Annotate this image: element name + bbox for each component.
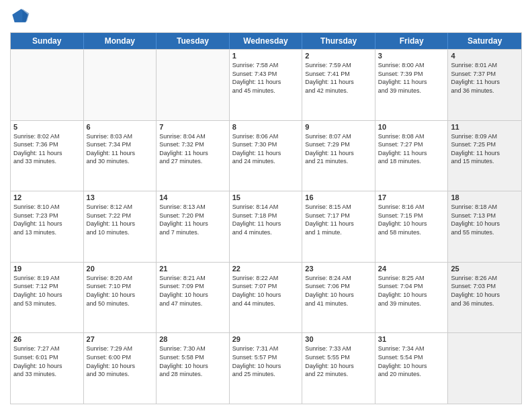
day-number-14: 14 [159, 193, 226, 201]
day-info-6: Sunrise: 8:03 AM Sunset: 7:34 PM Dayligh… [87, 132, 154, 166]
day-number-4: 4 [451, 52, 519, 60]
day-number-20: 20 [87, 265, 154, 273]
day-info-1: Sunrise: 7:58 AM Sunset: 7:43 PM Dayligh… [232, 61, 300, 95]
day-number-15: 15 [232, 193, 300, 201]
day-info-19: Sunrise: 8:19 AM Sunset: 7:12 PM Dayligh… [13, 274, 81, 308]
day-8: 8Sunrise: 8:06 AM Sunset: 7:30 PM Daylig… [230, 121, 303, 191]
week-1: 1Sunrise: 7:58 AM Sunset: 7:43 PM Daylig… [11, 49, 521, 120]
day-number-7: 7 [159, 123, 226, 131]
day-16: 16Sunrise: 8:15 AM Sunset: 7:17 PM Dayli… [302, 191, 375, 262]
day-number-11: 11 [451, 123, 519, 131]
day-info-2: Sunrise: 7:59 AM Sunset: 7:41 PM Dayligh… [305, 61, 372, 95]
day-19: 19Sunrise: 8:19 AM Sunset: 7:12 PM Dayli… [11, 263, 84, 333]
day-info-9: Sunrise: 8:07 AM Sunset: 7:29 PM Dayligh… [305, 132, 372, 166]
day-info-13: Sunrise: 8:12 AM Sunset: 7:22 PM Dayligh… [87, 203, 154, 236]
day-11: 11Sunrise: 8:09 AM Sunset: 7:25 PM Dayli… [448, 121, 521, 191]
day-10: 10Sunrise: 8:08 AM Sunset: 7:27 PM Dayli… [375, 121, 449, 191]
header-monday: Monday [84, 33, 157, 49]
day-number-27: 27 [87, 335, 154, 343]
day-info-10: Sunrise: 8:08 AM Sunset: 7:27 PM Dayligh… [378, 132, 445, 166]
day-info-3: Sunrise: 8:00 AM Sunset: 7:39 PM Dayligh… [378, 61, 445, 95]
week-4: 19Sunrise: 8:19 AM Sunset: 7:12 PM Dayli… [11, 262, 521, 333]
day-15: 15Sunrise: 8:14 AM Sunset: 7:18 PM Dayli… [230, 191, 303, 262]
day-24: 24Sunrise: 8:25 AM Sunset: 7:04 PM Dayli… [375, 263, 449, 333]
day-info-24: Sunrise: 8:25 AM Sunset: 7:04 PM Dayligh… [378, 274, 445, 308]
day-number-17: 17 [378, 193, 445, 201]
day-info-26: Sunrise: 7:27 AM Sunset: 6:01 PM Dayligh… [13, 345, 81, 378]
day-2: 2Sunrise: 7:59 AM Sunset: 7:41 PM Daylig… [302, 50, 375, 120]
day-number-6: 6 [87, 123, 154, 131]
day-17: 17Sunrise: 8:16 AM Sunset: 7:15 PM Dayli… [375, 191, 449, 262]
logo [10, 7, 33, 27]
day-number-19: 19 [13, 265, 81, 273]
day-info-22: Sunrise: 8:22 AM Sunset: 7:07 PM Dayligh… [232, 274, 300, 308]
empty-cell [448, 333, 521, 404]
day-number-24: 24 [378, 265, 445, 273]
day-26: 26Sunrise: 7:27 AM Sunset: 6:01 PM Dayli… [11, 333, 84, 404]
day-info-21: Sunrise: 8:21 AM Sunset: 7:09 PM Dayligh… [159, 274, 226, 308]
day-30: 30Sunrise: 7:33 AM Sunset: 5:55 PM Dayli… [302, 333, 375, 404]
page: SundayMondayTuesdayWednesdayThursdayFrid… [0, 0, 532, 411]
day-info-4: Sunrise: 8:01 AM Sunset: 7:37 PM Dayligh… [451, 61, 519, 95]
day-info-29: Sunrise: 7:31 AM Sunset: 5:57 PM Dayligh… [232, 345, 300, 378]
empty-cell [11, 50, 84, 120]
day-number-1: 1 [232, 52, 300, 60]
day-info-11: Sunrise: 8:09 AM Sunset: 7:25 PM Dayligh… [451, 132, 519, 166]
day-number-5: 5 [13, 123, 81, 131]
day-27: 27Sunrise: 7:29 AM Sunset: 6:00 PM Dayli… [84, 333, 157, 404]
day-4: 4Sunrise: 8:01 AM Sunset: 7:37 PM Daylig… [448, 50, 521, 120]
week-2: 5Sunrise: 8:02 AM Sunset: 7:36 PM Daylig… [11, 120, 521, 191]
day-info-18: Sunrise: 8:18 AM Sunset: 7:13 PM Dayligh… [451, 203, 519, 236]
day-1: 1Sunrise: 7:58 AM Sunset: 7:43 PM Daylig… [230, 50, 303, 120]
day-number-31: 31 [378, 335, 445, 343]
week-3: 12Sunrise: 8:10 AM Sunset: 7:23 PM Dayli… [11, 191, 521, 262]
day-number-22: 22 [232, 265, 300, 273]
day-13: 13Sunrise: 8:12 AM Sunset: 7:22 PM Dayli… [84, 191, 157, 262]
day-info-8: Sunrise: 8:06 AM Sunset: 7:30 PM Dayligh… [232, 132, 300, 166]
day-3: 3Sunrise: 8:00 AM Sunset: 7:39 PM Daylig… [375, 50, 449, 120]
header-sunday: Sunday [11, 33, 84, 49]
header-saturday: Saturday [448, 33, 521, 49]
day-info-14: Sunrise: 8:13 AM Sunset: 7:20 PM Dayligh… [159, 203, 226, 236]
day-number-2: 2 [305, 52, 372, 60]
day-info-20: Sunrise: 8:20 AM Sunset: 7:10 PM Dayligh… [87, 274, 154, 308]
calendar: SundayMondayTuesdayWednesdayThursdayFrid… [10, 32, 522, 404]
day-info-7: Sunrise: 8:04 AM Sunset: 7:32 PM Dayligh… [159, 132, 226, 166]
day-21: 21Sunrise: 8:21 AM Sunset: 7:09 PM Dayli… [157, 263, 230, 333]
day-28: 28Sunrise: 7:30 AM Sunset: 5:58 PM Dayli… [157, 333, 230, 404]
day-23: 23Sunrise: 8:24 AM Sunset: 7:06 PM Dayli… [302, 263, 375, 333]
day-number-29: 29 [232, 335, 300, 343]
day-info-5: Sunrise: 8:02 AM Sunset: 7:36 PM Dayligh… [13, 132, 81, 166]
day-number-9: 9 [305, 123, 372, 131]
day-info-12: Sunrise: 8:10 AM Sunset: 7:23 PM Dayligh… [13, 203, 81, 236]
day-info-23: Sunrise: 8:24 AM Sunset: 7:06 PM Dayligh… [305, 274, 372, 308]
day-number-28: 28 [159, 335, 226, 343]
day-info-31: Sunrise: 7:34 AM Sunset: 5:54 PM Dayligh… [378, 345, 445, 378]
day-info-27: Sunrise: 7:29 AM Sunset: 6:00 PM Dayligh… [87, 345, 154, 378]
day-number-18: 18 [451, 193, 519, 201]
day-number-25: 25 [451, 265, 519, 273]
day-5: 5Sunrise: 8:02 AM Sunset: 7:36 PM Daylig… [11, 121, 84, 191]
day-25: 25Sunrise: 8:26 AM Sunset: 7:03 PM Dayli… [448, 263, 521, 333]
day-info-30: Sunrise: 7:33 AM Sunset: 5:55 PM Dayligh… [305, 345, 372, 378]
week-5: 26Sunrise: 7:27 AM Sunset: 6:01 PM Dayli… [11, 332, 521, 404]
header-friday: Friday [375, 33, 449, 49]
day-number-13: 13 [87, 193, 154, 201]
day-number-26: 26 [13, 335, 81, 343]
day-22: 22Sunrise: 8:22 AM Sunset: 7:07 PM Dayli… [230, 263, 303, 333]
header [10, 7, 522, 27]
day-number-3: 3 [378, 52, 445, 60]
day-number-21: 21 [159, 265, 226, 273]
day-12: 12Sunrise: 8:10 AM Sunset: 7:23 PM Dayli… [11, 191, 84, 262]
day-20: 20Sunrise: 8:20 AM Sunset: 7:10 PM Dayli… [84, 263, 157, 333]
day-31: 31Sunrise: 7:34 AM Sunset: 5:54 PM Dayli… [375, 333, 449, 404]
day-number-23: 23 [305, 265, 372, 273]
day-info-17: Sunrise: 8:16 AM Sunset: 7:15 PM Dayligh… [378, 203, 445, 236]
day-info-25: Sunrise: 8:26 AM Sunset: 7:03 PM Dayligh… [451, 274, 519, 308]
day-number-30: 30 [305, 335, 372, 343]
day-number-10: 10 [378, 123, 445, 131]
day-14: 14Sunrise: 8:13 AM Sunset: 7:20 PM Dayli… [157, 191, 230, 262]
empty-cell [84, 50, 157, 120]
svg-marker-1 [22, 9, 29, 21]
day-9: 9Sunrise: 8:07 AM Sunset: 7:29 PM Daylig… [302, 121, 375, 191]
